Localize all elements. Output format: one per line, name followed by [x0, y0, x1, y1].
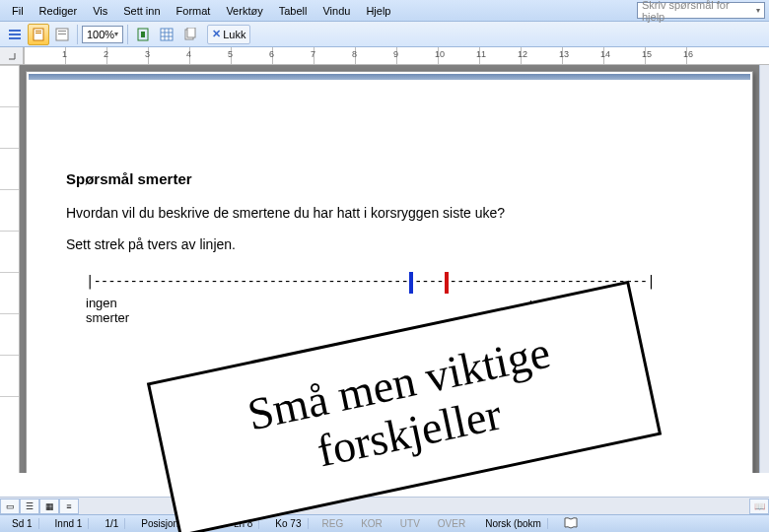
reading-view-button[interactable]: 📖	[749, 499, 769, 514]
status-mode-reg[interactable]: REG	[318, 518, 348, 529]
question-text: Hvordan vil du beskrive de smertene du h…	[66, 205, 713, 221]
ruler-corner[interactable]	[0, 47, 24, 65]
zoom-select[interactable]: 100% ▾	[82, 26, 123, 43]
menu-tools[interactable]: Verktøy	[218, 3, 270, 19]
svg-rect-4	[35, 31, 41, 32]
outline-view-button[interactable]	[4, 24, 26, 45]
vas-left-label: ingen smerter	[86, 296, 129, 325]
table-button[interactable]	[156, 24, 177, 45]
horizontal-scroll-area: ▭ ☰ ▦ ≡ 📖	[0, 497, 769, 514]
heading: Spørsmål smerter	[66, 170, 713, 187]
menu-table[interactable]: Tabell	[271, 3, 315, 19]
dropdown-icon: ▾	[756, 6, 760, 15]
svg-rect-10	[161, 29, 173, 40]
svg-rect-5	[35, 33, 41, 33]
close-toolbar-button[interactable]: ✕ Lukk	[207, 25, 250, 44]
status-mode-kor[interactable]: KOR	[357, 518, 386, 529]
toolbar: 100% ▾ ✕ Lukk	[0, 22, 769, 47]
menu-bar: Fil Rediger Vis Sett inn Format Verktøy …	[0, 0, 769, 22]
status-book-icon[interactable]	[564, 517, 580, 531]
status-mode-over[interactable]: OVER	[434, 518, 469, 529]
status-mode-utv[interactable]: UTV	[396, 518, 424, 529]
normal-view-button[interactable]: ▭	[0, 499, 20, 514]
status-column: Ko 73	[269, 518, 308, 529]
menu-window[interactable]: Vindu	[315, 3, 358, 19]
status-language[interactable]: Norsk (bokm	[479, 518, 548, 529]
vertical-scrollbar[interactable]	[759, 65, 769, 473]
instruction-text: Sett strek på tvers av linjen.	[66, 236, 713, 252]
help-search-input[interactable]: Skriv spørsmål for hjelp ▾	[637, 2, 765, 19]
menu-view[interactable]: Vis	[85, 3, 115, 19]
vertical-ruler[interactable]	[0, 65, 20, 473]
menu-insert[interactable]: Sett inn	[115, 3, 168, 19]
close-icon: ✕	[212, 28, 221, 40]
status-section: Innd 1	[49, 518, 90, 529]
svg-rect-1	[9, 33, 21, 35]
menu-file[interactable]: Fil	[4, 3, 32, 19]
copy-button[interactable]	[179, 24, 201, 45]
print-view-button[interactable]: ▦	[39, 499, 59, 514]
outline-view-button-bottom[interactable]: ≡	[59, 499, 79, 514]
menu-format[interactable]: Format	[169, 3, 219, 19]
page-content[interactable]: Spørsmål smerter Hvordan vil du beskrive…	[27, 82, 752, 345]
status-page: Sd 1	[6, 518, 39, 529]
horizontal-ruler[interactable]: 1 2 3 4 5 6 7 8 9 10 11 12 13 14 15 16	[24, 47, 769, 65]
page-header-bar	[29, 74, 750, 80]
web-layout-button[interactable]	[51, 24, 73, 45]
svg-rect-7	[58, 31, 66, 32]
status-bar: Sd 1 Innd 1 1/1 Posisjon 8,3 cm Ln 8 Ko …	[0, 514, 769, 532]
svg-rect-0	[9, 30, 21, 32]
svg-rect-2	[9, 37, 21, 39]
menu-help[interactable]: Hjelp	[358, 3, 398, 19]
print-layout-button[interactable]	[28, 24, 49, 45]
vas-mark-blue	[409, 272, 413, 294]
svg-rect-16	[187, 28, 195, 37]
status-pages: 1/1	[99, 518, 125, 529]
vas-mark-red	[445, 272, 449, 294]
web-view-button[interactable]: ☰	[20, 499, 39, 514]
bold-button[interactable]	[132, 24, 154, 45]
svg-rect-3	[34, 29, 43, 40]
svg-rect-8	[58, 33, 66, 34]
menu-edit[interactable]: Rediger	[32, 3, 86, 19]
